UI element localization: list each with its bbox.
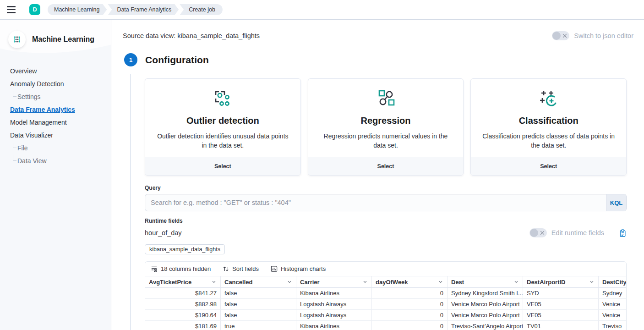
toggle-knob [530, 229, 538, 237]
table-row: $882.98falseLogstash Airways0Venice Marc… [145, 299, 626, 310]
table-row: $841.27falseKibana Airlines0Sydney Kings… [145, 288, 626, 299]
sidebar-item-overview[interactable]: Overview [0, 65, 111, 77]
space-avatar[interactable]: D [29, 4, 40, 15]
select-classification-button[interactable]: Select [471, 157, 626, 175]
select-outlier-detection-button[interactable]: Select [145, 157, 300, 175]
column-header-dest[interactable]: Dest [448, 276, 523, 287]
grid-cell-destairportid[interactable]: SYD [523, 288, 599, 298]
sidebar-header: Machine Learning [8, 31, 111, 48]
histogram-charts-label: Histogram charts [281, 265, 326, 272]
grid-cell-destcityn[interactable]: Venice [599, 310, 626, 320]
step-number-badge: 1 [124, 53, 137, 66]
json-editor-toggle[interactable] [552, 31, 569, 40]
step-connector-line [130, 74, 131, 330]
classification-card[interactable]: Classification Classification predicts c… [470, 78, 627, 176]
query-search-input[interactable] [145, 194, 606, 211]
grid-cell-destcityn[interactable]: Venice [599, 299, 626, 309]
columns-hidden-button[interactable]: 18 columns hidden [151, 265, 211, 272]
create-job-page: D Machine LearningData Frame AnalyticsCr… [0, 0, 644, 330]
sort-icon [223, 265, 229, 272]
grid-cell-dest[interactable]: Treviso-Sant'Angelo Airport [448, 321, 523, 330]
grid-cell-carrier[interactable]: Logstash Airways [296, 310, 372, 320]
grid-cell-dayofweek[interactable]: 0 [372, 310, 448, 320]
grid-cell-carrier[interactable]: Kibana Airlines [296, 288, 372, 298]
grid-cell-dayofweek[interactable]: 0 [372, 288, 448, 298]
grid-cell-destairportid[interactable]: VE05 [523, 299, 599, 309]
grid-cell-cancelled[interactable]: false [221, 288, 296, 298]
card-description: Classification predicts classes of data … [482, 132, 615, 150]
main-content: Source data view: kibana_sample_data_fli… [111, 20, 644, 330]
column-header-destcityn[interactable]: DestCityN [599, 276, 626, 287]
columns-icon [151, 265, 158, 272]
grid-cell-destcityn[interactable]: Treviso [599, 321, 626, 330]
runtime-fields-label: Runtime fields [145, 218, 627, 224]
grid-cell-dest[interactable]: Sydney Kingsford Smith I... [448, 288, 523, 298]
column-header-destairportid[interactable]: DestAirportID [523, 276, 599, 287]
kql-language-button[interactable]: KQL [606, 194, 626, 211]
sidebar-item-anomaly-detection[interactable]: Anomaly Detection [0, 77, 111, 90]
column-header-label: Carrier [300, 279, 320, 286]
source-data-view-label: Source data view: kibana_sample_data_fli… [123, 32, 260, 39]
grid-header-row: AvgTicketPriceCancelledCarrierdayOfWeekD… [145, 276, 626, 288]
grid-cell-avgticketprice[interactable]: $190.64 [145, 310, 221, 320]
grid-cell-destcityn[interactable]: Sydney [599, 288, 626, 298]
grid-cell-dest[interactable]: Venice Marco Polo Airport [448, 310, 523, 320]
grid-cell-carrier[interactable]: Kibana Airlines [296, 321, 372, 330]
sidebar-item-data-frame-analytics[interactable]: Data Frame Analytics [0, 103, 111, 116]
analysis-type-cards: Outlier detection Outlier detection iden… [145, 78, 627, 176]
outlier-detection-icon [212, 89, 233, 108]
grid-cell-destairportid[interactable]: VE05 [523, 310, 599, 320]
column-header-label: DestAirportID [527, 279, 566, 286]
regression-icon [375, 89, 396, 108]
regression-card[interactable]: Regression Regression predicts numerical… [308, 78, 464, 176]
json-editor-toggle-label: Switch to json editor [574, 32, 633, 39]
grid-toolbar: 18 columns hidden Sort fields Histo [145, 262, 626, 276]
sidebar-item-settings[interactable]: Settings [0, 90, 111, 103]
column-header-cancelled[interactable]: Cancelled [221, 276, 296, 287]
sidebar-item-data-visualizer[interactable]: Data Visualizer [0, 129, 111, 142]
data-grid: 18 columns hidden Sort fields Histo [145, 261, 627, 330]
grid-cell-destairportid[interactable]: TV01 [523, 321, 599, 330]
grid-cell-carrier[interactable]: Logstash Airways [296, 299, 372, 309]
sidebar-item-file[interactable]: File [0, 142, 111, 154]
card-description: Regression predicts numerical values in … [319, 132, 453, 150]
breadcrumb-data-frame-analytics[interactable]: Data Frame Analytics [108, 4, 179, 15]
column-header-avgticketprice[interactable]: AvgTicketPrice [145, 276, 221, 287]
histogram-charts-button[interactable]: Histogram charts [271, 265, 326, 272]
grid-cell-dayofweek[interactable]: 0 [372, 321, 448, 330]
grid-cell-dest[interactable]: Venice Marco Polo Airport [448, 299, 523, 309]
grid-cell-cancelled[interactable]: false [221, 299, 296, 309]
column-header-dayofweek[interactable]: dayOfWeek [372, 276, 448, 287]
copy-to-clipboard-icon[interactable] [619, 229, 627, 237]
breadcrumb: Machine LearningData Frame AnalyticsCrea… [48, 4, 223, 15]
breadcrumb-machine-learning[interactable]: Machine Learning [48, 4, 107, 15]
card-title: Regression [361, 116, 411, 126]
card-description: Outlier detection identifies unusual dat… [156, 132, 289, 150]
grid-cell-avgticketprice[interactable]: $181.69 [145, 321, 221, 330]
select-regression-button[interactable]: Select [308, 157, 464, 175]
outlier-detection-card[interactable]: Outlier detection Outlier detection iden… [145, 78, 301, 176]
sort-fields-button[interactable]: Sort fields [223, 265, 259, 272]
card-title: Classification [519, 116, 579, 126]
breadcrumb-create-job[interactable]: Create job [180, 4, 223, 15]
runtime-field-value: hour_of_day [145, 229, 182, 236]
card-title: Outlier detection [186, 116, 259, 126]
column-header-label: dayOfWeek [376, 279, 408, 286]
grid-cell-avgticketprice[interactable]: $882.98 [145, 299, 221, 309]
top-bar: D Machine LearningData Frame AnalyticsCr… [0, 0, 644, 20]
edit-runtime-fields-label: Edit runtime fields [551, 229, 604, 236]
edit-runtime-fields-toggle[interactable] [529, 228, 547, 237]
menu-icon[interactable] [5, 3, 21, 16]
sidebar-nav: OverviewAnomaly DetectionSettingsData Fr… [0, 65, 111, 167]
sidebar-item-model-management[interactable]: Model Management [0, 116, 111, 129]
sidebar-item-data-view[interactable]: Data View [0, 154, 111, 167]
sidebar-title: Machine Learning [32, 35, 94, 44]
column-header-carrier[interactable]: Carrier [296, 276, 372, 287]
column-header-label: DestCityN [602, 279, 626, 286]
grid-cell-cancelled[interactable]: false [221, 310, 296, 320]
step-title: Configuration [145, 55, 209, 66]
grid-cell-cancelled[interactable]: true [221, 321, 296, 330]
grid-cell-dayofweek[interactable]: 0 [372, 299, 448, 309]
table-row: $181.69trueKibana Airlines0Treviso-Sant'… [145, 321, 626, 330]
grid-cell-avgticketprice[interactable]: $841.27 [145, 288, 221, 298]
